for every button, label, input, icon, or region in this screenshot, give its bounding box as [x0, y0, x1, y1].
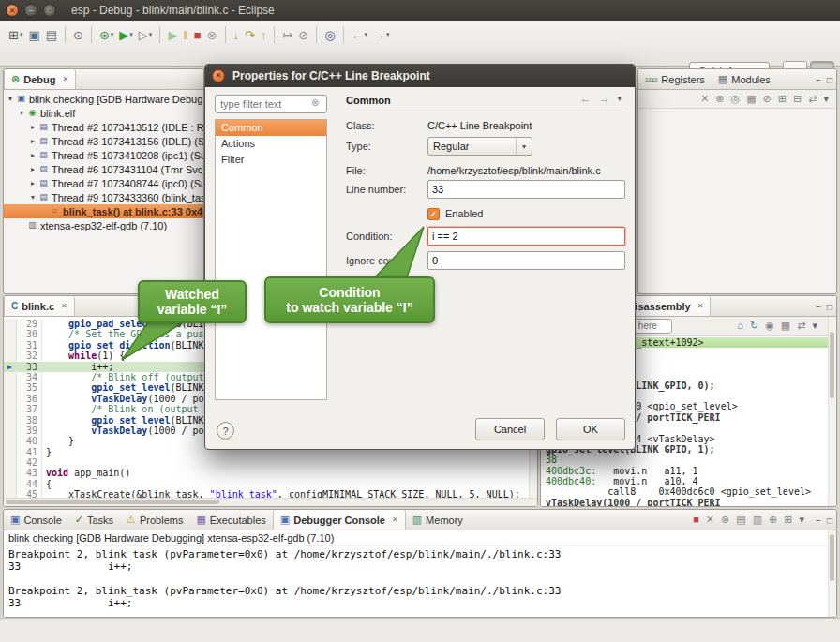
- maximize-view-icon[interactable]: □: [827, 302, 832, 312]
- menu-icon[interactable]: ▾: [812, 321, 818, 331]
- tab-tasks[interactable]: ✓Tasks: [68, 510, 120, 530]
- dialog-close-button[interactable]: ✕: [212, 69, 225, 82]
- window-close-button[interactable]: ✕: [6, 4, 19, 17]
- debug-button[interactable]: ⊛▾: [97, 27, 116, 43]
- expand-arrow-icon[interactable]: ▸: [28, 137, 38, 145]
- remove-icon[interactable]: ✕: [700, 94, 709, 104]
- minimize-view-icon[interactable]: −: [816, 302, 821, 312]
- filter-input[interactable]: [215, 95, 327, 113]
- debug-tree-item[interactable]: ▸▤Thread #3 1073413156 (IDLE) (Susp: [4, 134, 203, 148]
- collapse-arrow-icon[interactable]: ▾: [6, 95, 15, 103]
- lock-icon[interactable]: ◉: [765, 321, 774, 331]
- debug-tree-item[interactable]: ▾◉blink.elf: [4, 106, 203, 120]
- step-return-button[interactable]: ↑: [258, 27, 270, 43]
- expand-arrow-icon[interactable]: ▸: [28, 151, 38, 159]
- print-button[interactable]: ▤: [43, 27, 60, 43]
- home-icon[interactable]: ⌂: [737, 321, 743, 331]
- tab-registers[interactable]: 1010Registers: [638, 69, 712, 89]
- collapse-arrow-icon[interactable]: ▾: [28, 193, 38, 202]
- debug-tree-item[interactable]: ≡blink_task() at blink.c:33 0x400db: [4, 204, 203, 218]
- resume-button[interactable]: ▶: [165, 27, 180, 43]
- dialog-nav-filter[interactable]: Filter: [216, 152, 326, 168]
- expand-arrow-icon[interactable]: ▸: [28, 179, 38, 187]
- console-output[interactable]: Breakpoint 2, blink_task (pvParameter=0x…: [4, 546, 829, 617]
- debug-tree-item[interactable]: ▸▤Thread #6 1073431104 (Tmr Svc) (S: [4, 162, 203, 176]
- step-over-button[interactable]: ↷: [242, 27, 258, 43]
- collapse-arrow-icon[interactable]: ▾: [17, 109, 26, 117]
- debug-tree-item[interactable]: ▸▤Thread #7 1073408744 (ipc0) (Susp: [4, 176, 203, 190]
- show-matching-icon[interactable]: ◎: [731, 94, 741, 104]
- window-maximize-button[interactable]: □: [43, 4, 56, 17]
- external-tools-button[interactable]: ▷▾: [136, 27, 156, 43]
- skip-all-icon[interactable]: ⊘: [763, 94, 772, 104]
- dialog-nav-common[interactable]: Common: [216, 120, 326, 136]
- debug-tree-item[interactable]: ▥xtensa-esp32-elf-gdb (7.10): [4, 218, 203, 232]
- tab-problems[interactable]: ⚠Problems: [120, 510, 189, 530]
- clear-filter-icon[interactable]: ⊗: [311, 97, 319, 108]
- help-button[interactable]: ?: [217, 422, 234, 440]
- collapse-all-icon[interactable]: ⊟: [793, 94, 802, 104]
- field-condition-input[interactable]: [428, 227, 625, 246]
- remove-all-icon[interactable]: ⊗: [715, 94, 724, 104]
- remove-all-icon[interactable]: ⊗: [721, 515, 729, 525]
- disassembly-vscrollbar[interactable]: [828, 317, 836, 506]
- minimize-view-icon[interactable]: −: [816, 75, 821, 85]
- editor-hscrollbar[interactable]: [4, 498, 537, 506]
- tab-debug[interactable]: ⊛ Debug ✕: [4, 69, 76, 89]
- expand-all-icon[interactable]: ⊞: [778, 94, 787, 104]
- window-minimize-button[interactable]: −: [24, 4, 38, 17]
- scroll-lock-icon[interactable]: ▥: [753, 515, 762, 525]
- open-console-icon[interactable]: ⊞: [784, 515, 792, 525]
- run-button[interactable]: ▶▾: [116, 27, 136, 43]
- minimize-view-icon[interactable]: −: [816, 515, 821, 526]
- remove-icon[interactable]: ✕: [706, 515, 714, 525]
- close-icon[interactable]: ✕: [61, 302, 68, 310]
- field-enabled-checkbox[interactable]: ✓: [428, 208, 440, 220]
- ok-button[interactable]: OK: [556, 418, 625, 440]
- clear-icon[interactable]: ▤: [736, 515, 745, 525]
- build-button[interactable]: ⊙: [70, 27, 86, 43]
- cancel-button[interactable]: Cancel: [475, 418, 545, 440]
- refresh-icon[interactable]: ↻: [750, 321, 758, 331]
- new-wizard-button[interactable]: ⊞▾: [6, 27, 25, 43]
- expand-arrow-icon[interactable]: ▸: [28, 165, 38, 173]
- tab-modules[interactable]: ▦Modules: [712, 69, 777, 89]
- chevron-down-icon[interactable]: ▾: [516, 138, 532, 155]
- dialog-nav-actions[interactable]: Actions: [216, 136, 326, 152]
- save-button[interactable]: ▣: [25, 27, 42, 43]
- goto-file-icon[interactable]: ▦: [746, 94, 756, 104]
- close-icon[interactable]: ✕: [698, 302, 704, 310]
- debug-tree-item[interactable]: ▸▤Thread #5 1073410208 (ipc1) (Susp: [4, 148, 203, 162]
- disconnect-button[interactable]: ⊗: [204, 27, 220, 43]
- close-icon[interactable]: ✕: [62, 75, 68, 83]
- debug-tree-item[interactable]: ▸▤Thread #2 1073413512 (IDLE : Runn: [4, 120, 203, 134]
- sync-icon[interactable]: ⇄: [797, 321, 805, 331]
- pin-icon[interactable]: ⊕: [769, 515, 777, 525]
- instruction-stepping-button[interactable]: ↦: [279, 27, 295, 43]
- maximize-view-icon[interactable]: □: [827, 515, 832, 526]
- tab-console[interactable]: ▣Console: [4, 510, 68, 530]
- window-titlebar[interactable]: ✕ − □ esp - Debug - blink/main/blink.c -…: [0, 0, 840, 21]
- terminate-icon[interactable]: ■: [693, 515, 699, 525]
- step-into-button[interactable]: ↓: [231, 27, 243, 43]
- debug-tree-item[interactable]: ▾▣blink checking [GDB Hardware Debug: [4, 92, 203, 106]
- debug-tree-item[interactable]: ▾▤Thread #9 1073433360 (blink_task: [4, 190, 203, 204]
- terminate-button[interactable]: ■: [191, 27, 204, 43]
- menu-icon[interactable]: ▾: [799, 515, 804, 525]
- menu-icon[interactable]: ▾: [823, 94, 829, 104]
- close-icon[interactable]: ✕: [392, 515, 398, 524]
- expand-arrow-icon[interactable]: ▸: [28, 123, 38, 131]
- opcodes-icon[interactable]: ▦: [781, 321, 790, 331]
- skip-breakpoints-button[interactable]: ⊘: [295, 27, 311, 43]
- tab-debugger-console[interactable]: ▣Debugger Console✕: [273, 510, 406, 530]
- console-vscrollbar[interactable]: [828, 530, 836, 617]
- tab-blink-c[interactable]: C blink.c ✕: [4, 296, 75, 316]
- field-ignore-count-input[interactable]: [428, 251, 625, 270]
- back-button[interactable]: ←▾: [349, 27, 371, 43]
- forward-button[interactable]: →▾: [370, 27, 393, 43]
- field-line-number-input[interactable]: [428, 180, 625, 199]
- search-button[interactable]: ◎: [322, 27, 338, 43]
- link-icon[interactable]: ⇄: [808, 94, 817, 104]
- maximize-view-icon[interactable]: □: [827, 75, 832, 85]
- tab-memory[interactable]: ▥Memory: [406, 510, 470, 530]
